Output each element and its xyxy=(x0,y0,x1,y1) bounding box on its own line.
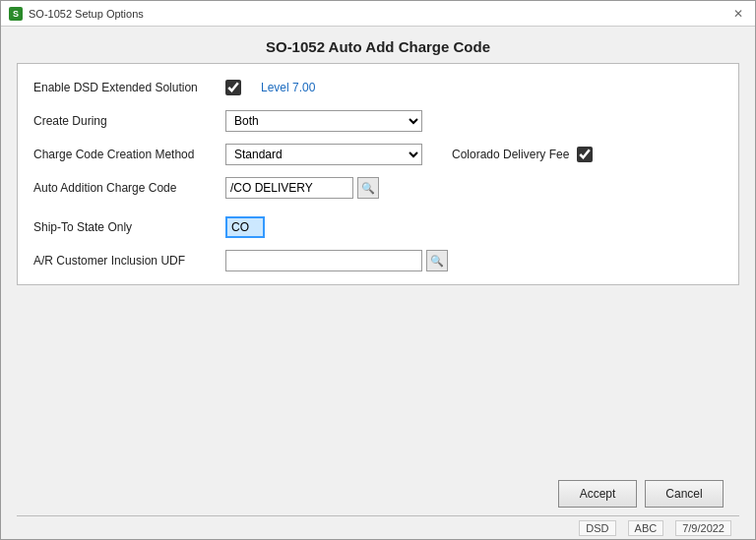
charge-code-method-row: Charge Code Creation Method Standard Cus… xyxy=(33,143,723,166)
ship-to-state-input[interactable] xyxy=(225,216,265,238)
app-icon: S xyxy=(9,7,23,21)
button-row: Accept Cancel xyxy=(17,472,739,515)
ar-customer-search-button[interactable]: 🔍 xyxy=(426,250,448,271)
colorado-fee-label: Colorado Delivery Fee xyxy=(452,148,569,161)
enable-dsd-checkbox-wrap xyxy=(225,80,241,95)
window-title: SO-1052 Setup Options xyxy=(29,8,144,20)
ship-to-state-label: Ship-To State Only xyxy=(33,220,225,234)
close-button[interactable]: ✕ xyxy=(729,5,747,23)
create-during-select[interactable]: Both Order Entry Invoice xyxy=(225,110,422,132)
level-label: Level 7.00 xyxy=(261,81,315,94)
main-spacer xyxy=(17,293,739,472)
charge-code-method-select[interactable]: Standard Custom xyxy=(225,144,422,165)
colorado-fee-checkbox[interactable] xyxy=(577,147,593,162)
search-icon-2: 🔍 xyxy=(430,255,444,268)
create-during-label: Create During xyxy=(33,114,225,128)
accept-button[interactable]: Accept xyxy=(558,480,637,508)
colorado-section: Colorado Delivery Fee xyxy=(452,147,593,162)
status-date: 7/9/2022 xyxy=(675,520,731,536)
content-area: Enable DSD Extended Solution Level 7.00 … xyxy=(1,63,755,539)
ship-to-state-row: Ship-To State Only xyxy=(33,215,723,239)
auto-addition-label: Auto Addition Charge Code xyxy=(33,181,225,195)
form-box: Enable DSD Extended Solution Level 7.00 … xyxy=(17,63,739,285)
auto-addition-row: Auto Addition Charge Code 🔍 xyxy=(33,176,723,200)
create-during-row: Create During Both Order Entry Invoice xyxy=(33,109,723,133)
title-bar: S SO-1052 Setup Options ✕ xyxy=(1,1,755,27)
auto-addition-search-button[interactable]: 🔍 xyxy=(357,177,379,199)
status-dsd: DSD xyxy=(579,520,615,536)
enable-dsd-label: Enable DSD Extended Solution xyxy=(33,81,225,94)
cancel-button[interactable]: Cancel xyxy=(645,480,724,508)
dialog-title: SO-1052 Auto Add Charge Code xyxy=(1,27,755,63)
auto-addition-input[interactable] xyxy=(225,177,353,199)
enable-dsd-checkbox[interactable] xyxy=(225,80,241,95)
ar-customer-label: A/R Customer Inclusion UDF xyxy=(33,254,225,268)
search-icon: 🔍 xyxy=(361,182,375,195)
status-abc: ABC xyxy=(628,520,664,536)
ar-customer-row: A/R Customer Inclusion UDF 🔍 xyxy=(33,249,723,272)
status-bar: DSD ABC 7/9/2022 xyxy=(17,515,739,539)
ar-customer-input[interactable] xyxy=(225,250,422,271)
charge-code-method-label: Charge Code Creation Method xyxy=(33,148,225,161)
title-bar-left: S SO-1052 Setup Options xyxy=(9,7,144,21)
main-window: S SO-1052 Setup Options ✕ SO-1052 Auto A… xyxy=(0,0,756,540)
enable-dsd-row: Enable DSD Extended Solution Level 7.00 xyxy=(33,76,723,99)
